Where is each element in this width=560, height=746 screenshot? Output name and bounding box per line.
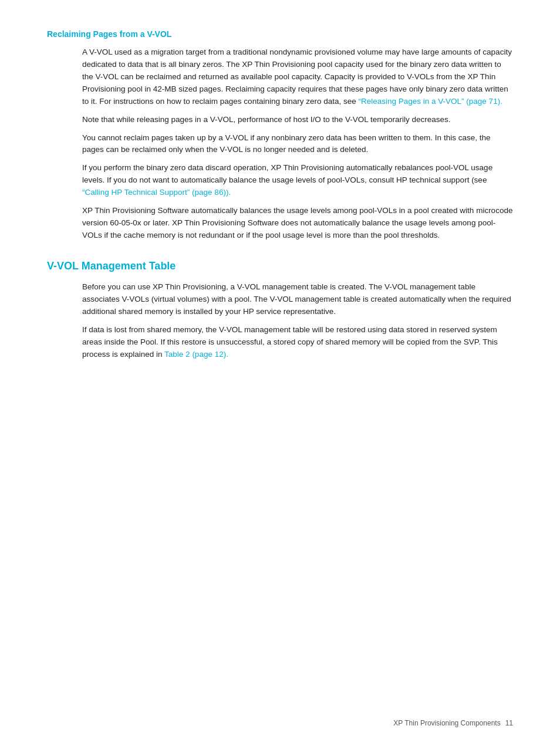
link-table2[interactable]: Table 2 (page 12).	[164, 350, 228, 359]
section1-heading: Reclaiming Pages from a V-VOL	[47, 28, 513, 40]
section2-para1: Before you can use XP Thin Provisioning,…	[82, 281, 513, 318]
section1-para1: A V-VOL used as a migration target from …	[82, 46, 513, 108]
section1-para3: You cannot reclaim pages taken up by a V…	[82, 132, 513, 157]
footer: XP Thin Provisioning Components 11	[393, 718, 513, 728]
section1-para2: Note that while releasing pages in a V-V…	[82, 114, 513, 126]
link-hp-support[interactable]: “Calling HP Technical Support” (page 86)…	[82, 188, 231, 197]
section2-heading: V-VOL Management Table	[47, 258, 513, 274]
section1-para5: XP Thin Provisioning Software automatica…	[82, 205, 513, 242]
link-releasing-pages[interactable]: “Releasing Pages in a V-VOL” (page 71).	[359, 97, 502, 106]
section1-para4-text: If you perform the binary zero data disc…	[82, 163, 492, 184]
section2-para2: If data is lost from shared memory, the …	[82, 324, 513, 361]
footer-page: 11	[505, 718, 513, 728]
page: Reclaiming Pages from a V-VOL A V-VOL us…	[0, 0, 560, 746]
section2-para2-text: If data is lost from shared memory, the …	[82, 325, 498, 359]
section1-para4: If you perform the binary zero data disc…	[82, 162, 513, 199]
footer-text: XP Thin Provisioning Components	[393, 718, 500, 728]
